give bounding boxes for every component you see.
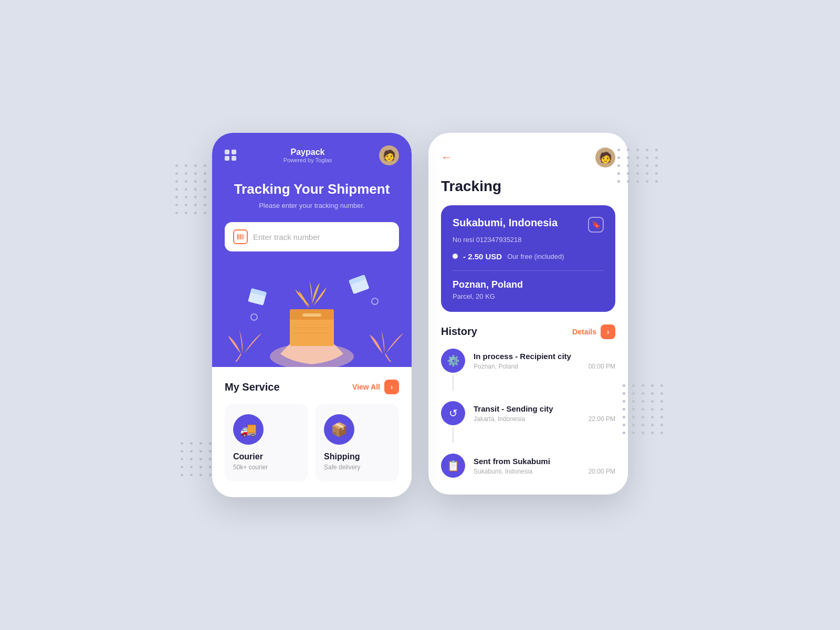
courier-name: Courier [233,452,300,461]
resi-number: No resi 012347935218 [453,236,604,244]
timeline-icon-1: ↺ [441,401,465,425]
timeline-time-0: 00:00 PM [589,363,615,370]
timeline-event-0: In process - Recipient city [474,352,615,361]
timeline-meta-2: Sukabumi, Indonesia 20:00 PM [474,468,615,475]
card-divider [453,270,604,271]
right-avatar[interactable]: 🧑 [595,148,615,167]
svg-rect-1 [239,234,239,239]
dot-decoration-left [175,164,217,214]
view-all-button[interactable]: View All › [352,380,399,394]
bookmark-icon[interactable]: 🔖 [588,217,604,233]
timeline-content-1: Transit - Sending city Jakarta, Indonesi… [474,401,615,423]
timeline-location-2: Sukabumi, Indonesia [474,468,532,475]
search-box[interactable]: Enter track number [225,222,399,251]
timeline-time-2: 20:00 PM [589,468,615,475]
timeline-time-1: 22:00 PM [589,415,615,423]
barcode-icon [233,229,248,244]
timeline-meta-0: Poznan, Poland 00:00 PM [474,363,615,370]
header-title: Paypack Powered by Toglas [284,148,332,163]
service-cards: 🚚 Courier 50k+ courier 📦 Shipping Safe d… [225,404,399,481]
svg-rect-3 [242,234,243,239]
timeline-item-0: ⚙️ In process - Recipient city Poznan, P… [441,349,615,401]
dot-decoration-right [623,384,665,434]
details-arrow-icon: › [601,324,615,339]
svg-point-19 [251,314,257,320]
shipping-icon: 📦 [324,414,354,445]
timeline-location-0: Poznan, Poland [474,363,518,370]
svg-rect-0 [237,234,238,239]
phone-header: Paypack Powered by Toglas 🧑 [212,133,412,165]
dot-decoration-top-right [617,149,659,183]
timeline-icon-wrap-2: 📋 [441,454,465,478]
page-title: Tracking [441,178,615,195]
service-card-courier[interactable]: 🚚 Courier 50k+ courier [225,404,308,481]
service-header: My Service View All › [225,380,399,394]
hero-subtitle: Please enter your tracking number. [225,202,399,209]
timeline-item-1: ↺ Transit - Sending city Jakarta, Indone… [441,401,615,454]
tracking-card: Sukabumi, Indonesia 🔖 No resi 0123479352… [441,205,615,312]
timeline-icon-wrap-0: ⚙️ [441,349,465,391]
courier-icon: 🚚 [233,414,264,445]
details-button[interactable]: Details › [572,324,615,339]
hero-title: Tracking Your Shipment [225,181,399,197]
timeline-meta-1: Jakarta, Indonesia 22:00 PM [474,415,615,423]
origin-city: Sukabumi, Indonesia [453,217,558,229]
right-phone: ← 🧑 Tracking Sukabumi, Indonesia 🔖 No re… [428,133,628,495]
svg-rect-9 [302,313,321,317]
page-wrapper: Paypack Powered by Toglas 🧑 Tracking You… [212,133,628,497]
timeline-event-2: Sent from Sukabumi [474,457,615,466]
service-title: My Service [225,381,280,393]
shipping-desc: Safe delivery [324,464,391,471]
tracking-card-top: Sukabumi, Indonesia 🔖 [453,217,604,233]
timeline-location-1: Jakarta, Indonesia [474,415,525,423]
service-card-shipping[interactable]: 📦 Shipping Safe delivery [316,404,399,481]
timeline-content-2: Sent from Sukabumi Sukabumi, Indonesia 2… [474,454,615,475]
timeline-icon-0: ⚙️ [441,349,465,373]
shipping-name: Shipping [324,452,391,461]
search-placeholder: Enter track number [253,233,320,242]
timeline-icon-wrap-1: ↺ [441,401,465,443]
svg-rect-2 [240,234,242,239]
app-name: Paypack [284,148,332,157]
grid-icon[interactable] [225,150,236,161]
price-amount: - 2.50 USD [463,252,502,261]
service-section: My Service View All › 🚚 Courier 50k+ cou… [212,367,412,497]
price-row: - 2.50 USD Our free (included) [453,252,604,261]
timeline-line-0 [453,375,454,391]
back-button[interactable]: ← [441,151,453,164]
timeline-event-1: Transit - Sending city [474,404,615,413]
svg-rect-4 [243,234,244,239]
app-subtitle: Powered by Toglas [284,157,332,163]
view-all-arrow-icon: › [384,380,399,394]
timeline-line-1 [453,427,454,443]
timeline: ⚙️ In process - Recipient city Poznan, P… [441,349,615,478]
avatar[interactable]: 🧑 [379,145,399,165]
price-note: Our free (included) [507,253,564,260]
history-title: History [441,326,477,338]
svg-point-18 [372,298,378,304]
timeline-icon-2: 📋 [441,454,465,478]
timeline-item-2: 📋 Sent from Sukabumi Sukabumi, Indonesia… [441,454,615,478]
hero-section: Tracking Your Shipment Please enter your… [212,165,412,251]
dest-city: Poznan, Poland [453,279,604,290]
parcel-info: Parcel, 20 KG [453,292,604,300]
history-header: History Details › [441,324,615,339]
price-dot [453,254,458,259]
right-phone-header: ← 🧑 [441,148,615,167]
left-phone: Paypack Powered by Toglas 🧑 Tracking You… [212,133,412,497]
timeline-content-0: In process - Recipient city Poznan, Pola… [474,349,615,370]
illustration-area [212,251,412,367]
courier-desc: 50k+ courier [233,464,300,471]
